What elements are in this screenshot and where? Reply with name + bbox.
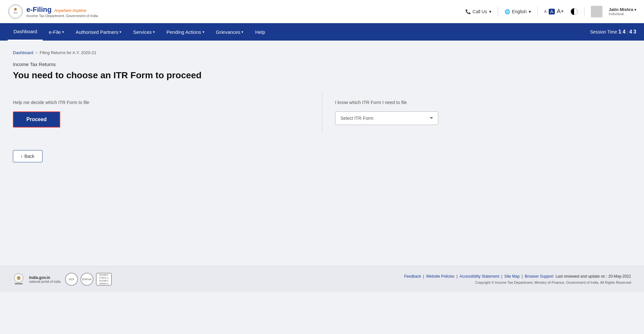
divider2 <box>537 7 538 16</box>
footer-gov-text: india.gov.in <box>29 275 61 280</box>
cards-area: Help me decide which ITR Form to file Pr… <box>13 93 631 134</box>
back-button[interactable]: ‹ Back <box>13 150 43 162</box>
nav-item-grievances[interactable]: Grievances ▾ <box>210 23 250 41</box>
font-controls: A A A+ <box>544 8 564 15</box>
nav-item-efile[interactable]: e-File ▾ <box>43 23 70 41</box>
footer-left: 🦁 india.gov.in national portal of india … <box>13 273 112 286</box>
main-content: Dashboard > Filing Returns for A.Y. 2020… <box>0 41 644 266</box>
logo-text: e-Filing Anywhere Anytime Income Tax Dep… <box>26 5 98 18</box>
svg-text:🦁: 🦁 <box>17 276 21 280</box>
footer: 🦁 india.gov.in national portal of india … <box>0 266 644 292</box>
entrust-badge: Entrust <box>80 273 93 286</box>
emblem-icon: 🦁 INDIA <box>8 4 23 19</box>
nav-item-pending-actions[interactable]: Pending Actions ▾ <box>161 23 210 41</box>
divider3 <box>584 7 584 16</box>
nav-item-help[interactable]: Help <box>249 23 271 41</box>
logo-area: 🦁 INDIA e-Filing Anywhere Anytime Income… <box>8 4 98 19</box>
footer-badges: GOI Entrust ISO/IEC27001-1ISO/IEC20000-1 <box>65 273 112 286</box>
breadcrumb-home-link[interactable]: Dashboard <box>13 50 33 55</box>
footer-links: Feedback | Website Policies | Accessibil… <box>403 274 631 279</box>
font-large-button[interactable]: A+ <box>557 8 564 15</box>
svg-text:🦁: 🦁 <box>14 8 17 11</box>
header: 🦁 INDIA e-Filing Anywhere Anytime Income… <box>0 0 644 23</box>
language-button[interactable]: 🌐 English ▾ <box>505 9 531 14</box>
breadcrumb: Dashboard > Filing Returns for A.Y. 2020… <box>13 50 631 55</box>
page-title: You need to choose an ITR Form to procee… <box>13 70 631 81</box>
svg-point-1 <box>10 6 21 17</box>
user-info: Jatin Mishra ▾ Individual <box>609 7 636 16</box>
font-mid-button[interactable]: A <box>549 9 555 14</box>
proceed-button[interactable]: Proceed <box>13 111 60 128</box>
footer-gov-sub: national portal of india <box>29 280 61 283</box>
header-controls: 📞 Call Us ▾ 🌐 English ▾ A A A+ Jatin Mis… <box>465 6 636 17</box>
footer-right: Feedback | Website Policies | Accessibil… <box>403 274 631 284</box>
efiling-logo: e-Filing Anywhere Anytime <box>26 5 98 14</box>
contrast-button[interactable] <box>571 8 578 15</box>
chevron-down-icon: ▾ <box>634 8 636 12</box>
main-nav: Dashboard e-File ▾ Authorised Partners ▾… <box>0 23 644 41</box>
page-label: Income Tax Returns <box>13 62 631 67</box>
session-time: Session Time 1 4 : 4 3 <box>590 29 636 35</box>
help-decide-label: Help me decide which ITR Form to file <box>13 100 309 105</box>
sitemap-link[interactable]: Site Map <box>504 274 519 279</box>
gov-text-area: india.gov.in national portal of india <box>29 275 61 283</box>
svg-rect-6 <box>15 283 23 284</box>
nav-item-services[interactable]: Services ▾ <box>127 23 161 41</box>
feedback-link[interactable]: Feedback <box>404 274 421 279</box>
chevron-down-icon: ▾ <box>153 30 155 34</box>
nav-item-dashboard[interactable]: Dashboard <box>8 23 43 41</box>
itr-form-select[interactable]: Select ITR Form ITR-1 ITR-2 ITR-3 ITR-4 <box>335 111 438 125</box>
font-small-button[interactable]: A <box>544 9 547 14</box>
gov-badge: GOI <box>65 273 78 286</box>
user-name: Jatin Mishra ▾ <box>609 7 636 12</box>
chevron-down-icon: ▾ <box>529 9 531 14</box>
globe-icon: 🌐 <box>505 9 510 14</box>
call-us-button[interactable]: 📞 Call Us ▾ <box>465 9 491 14</box>
website-policies-link[interactable]: Website Policies <box>426 274 454 279</box>
avatar <box>591 6 602 17</box>
browser-support-link[interactable]: Browser Support <box>525 274 553 279</box>
accessibility-link[interactable]: Accessibility Statement <box>459 274 499 279</box>
footer-copyright: Copyright © Income Tax Department, Minis… <box>403 281 631 284</box>
chevron-down-icon: ▾ <box>242 30 243 34</box>
breadcrumb-separator: > <box>35 50 38 55</box>
last-reviewed: Last reviewed and update on : 20-May-202… <box>555 274 631 279</box>
logo-subtitle: Income Tax Department, Government of Ind… <box>26 14 98 18</box>
chevron-down-icon: ▾ <box>62 30 64 34</box>
user-role: Individual <box>609 12 636 16</box>
i-know-section: I know which ITR Form I need to file Sel… <box>322 93 631 131</box>
chevron-down-icon: ▾ <box>119 30 121 34</box>
back-arrow-icon: ‹ <box>21 154 23 159</box>
footer-emblem-icon: 🦁 <box>13 273 24 286</box>
i-know-label: I know which ITR Form I need to file <box>335 100 631 105</box>
help-decide-section: Help me decide which ITR Form to file Pr… <box>13 93 322 134</box>
iso-badge: ISO/IEC27001-1ISO/IEC20000-1 <box>96 273 112 286</box>
breadcrumb-current: Filing Returns for A.Y. 2020-21 <box>40 50 96 55</box>
divider <box>498 7 498 16</box>
phone-icon: 📞 <box>465 9 471 14</box>
svg-text:INDIA: INDIA <box>13 12 18 14</box>
chevron-down-icon: ▾ <box>203 30 204 34</box>
chevron-down-icon: ▾ <box>489 9 491 14</box>
nav-item-authorised-partners[interactable]: Authorised Partners ▾ <box>70 23 128 41</box>
